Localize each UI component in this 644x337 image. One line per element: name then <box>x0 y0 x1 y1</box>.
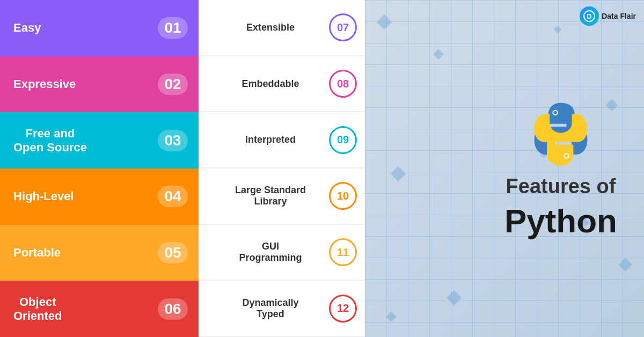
diamond-decor <box>377 14 392 30</box>
diamond-decor <box>386 311 397 322</box>
feature-circle: 08 <box>329 70 357 98</box>
diamond-decor <box>433 49 444 60</box>
feature-label: Expressive <box>13 77 76 91</box>
features-section: Features of Python <box>504 99 617 238</box>
svg-text:D: D <box>587 12 591 20</box>
svg-point-3 <box>565 154 568 158</box>
list-item: ObjectOriented 06 <box>0 281 199 337</box>
feature-label: Interpreted <box>212 134 329 145</box>
feature-label: Easy <box>13 21 41 35</box>
right-panel: Features of Python <box>365 0 644 337</box>
feature-label: DynamicallyTyped <box>212 297 329 320</box>
list-item: GUIProgramming 11 <box>199 225 365 281</box>
list-item: Expressive 02 <box>0 56 199 113</box>
feature-label: Portable <box>13 246 61 260</box>
main-container: Features of Python D Data Flair Easy 01 … <box>0 0 644 337</box>
feature-circle: 12 <box>329 295 357 323</box>
feature-circle: 09 <box>329 126 357 154</box>
feature-circle: 10 <box>329 182 357 210</box>
feature-number: 02 <box>158 74 188 95</box>
list-item: Easy 01 <box>0 0 199 56</box>
diamond-decor <box>447 290 462 305</box>
feature-label: ObjectOriented <box>13 295 62 323</box>
feature-label: Free andOpen Source <box>13 127 87 155</box>
list-item: Embeddable 08 <box>199 56 365 113</box>
list-item: Interpreted 09 <box>199 112 365 169</box>
diamond-decor <box>618 258 632 272</box>
right-features-list: Extensible 07 Embeddable 08 Interpreted … <box>199 0 365 337</box>
feature-number: 01 <box>158 17 188 39</box>
list-item: Free andOpen Source 03 <box>0 112 199 169</box>
list-item: Extensible 07 <box>199 0 365 56</box>
dataflair-icon: D <box>580 6 599 26</box>
list-item: High-Level 04 <box>0 169 199 225</box>
feature-number: 05 <box>158 242 188 263</box>
feature-label: Embeddable <box>212 78 329 90</box>
diamond-decor <box>391 166 406 181</box>
features-title: Features of <box>504 174 617 199</box>
list-item: Portable 05 <box>0 225 199 281</box>
list-item: Large StandardLibrary 10 <box>199 169 365 225</box>
feature-number: 04 <box>158 186 188 207</box>
feature-number: 03 <box>158 130 188 151</box>
dataflair-logo: D Data Flair <box>580 6 636 26</box>
svg-point-1 <box>553 111 557 115</box>
left-features-list: Easy 01 Expressive 02 Free andOpen Sourc… <box>0 0 199 337</box>
feature-label: High-Level <box>13 189 74 203</box>
feature-label: Large StandardLibrary <box>212 185 329 207</box>
feature-circle: 07 <box>329 13 357 41</box>
features-subtitle: Python <box>504 204 617 238</box>
feature-label: Extensible <box>212 22 329 33</box>
dataflair-text: Data Flair <box>602 12 636 21</box>
diamond-decor <box>554 26 561 33</box>
feature-label: GUIProgramming <box>212 241 329 263</box>
list-item: DynamicallyTyped 12 <box>199 281 365 337</box>
python-logo <box>526 99 596 169</box>
feature-circle: 11 <box>329 238 357 266</box>
feature-number: 06 <box>158 298 188 320</box>
